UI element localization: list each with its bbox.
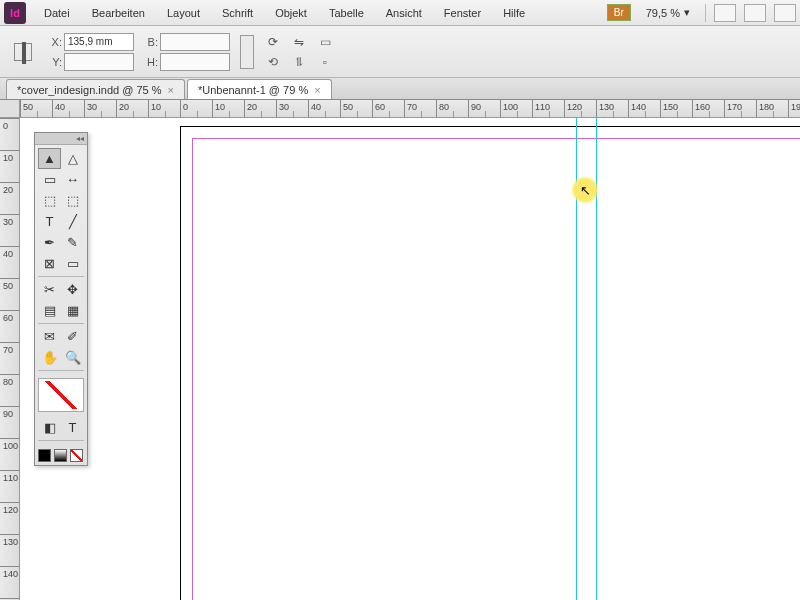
- ruler-tick: 20: [116, 100, 148, 117]
- workspace: 5040302010010203040506070809010011012013…: [0, 100, 800, 600]
- ruler-tick: 30: [84, 100, 116, 117]
- cursor-highlight: ↖: [571, 176, 599, 204]
- menu-tabelle[interactable]: Tabelle: [319, 3, 374, 23]
- pencil-tool[interactable]: ✎: [61, 232, 84, 253]
- formatting-affects-text[interactable]: T: [61, 417, 84, 438]
- close-icon[interactable]: ×: [167, 84, 173, 96]
- margin-guide: [192, 138, 800, 600]
- rotate-cw-icon[interactable]: ⟳: [264, 34, 282, 50]
- ruler-tick: 10: [148, 100, 180, 117]
- width-field[interactable]: [160, 33, 230, 51]
- scissors-tool[interactable]: ✂: [38, 279, 61, 300]
- hand-tool[interactable]: ✋: [38, 347, 61, 368]
- ruler-tick: 60: [372, 100, 404, 117]
- ruler-tick: 70: [404, 100, 436, 117]
- cursor-arrow-icon: ↖: [580, 183, 591, 198]
- document-tabs: *cover_indesign.indd @ 75 %× *Unbenannt-…: [0, 78, 800, 100]
- content-collector-tool[interactable]: ⬚: [38, 190, 61, 211]
- doc-tab-label: *cover_indesign.indd @ 75 %: [17, 84, 161, 96]
- page-tool[interactable]: ▭: [38, 169, 61, 190]
- ruler-tick: 60: [0, 310, 19, 342]
- ruler-tick: 50: [20, 100, 52, 117]
- horizontal-ruler[interactable]: 5040302010010203040506070809010011012013…: [20, 100, 800, 118]
- select-content-icon[interactable]: ▫: [316, 54, 334, 70]
- ruler-tick: 90: [0, 406, 19, 438]
- menu-layout[interactable]: Layout: [157, 3, 210, 23]
- ruler-tick: 140: [628, 100, 660, 117]
- ruler-tick: 10: [212, 100, 244, 117]
- ruler-tick: 30: [276, 100, 308, 117]
- x-field[interactable]: 135,9 mm: [64, 33, 134, 51]
- arrange-icon[interactable]: [774, 4, 796, 22]
- ruler-tick: 130: [596, 100, 628, 117]
- reference-point-proxy[interactable]: [14, 43, 32, 61]
- zoom-level-dropdown[interactable]: 79,5 %▾: [639, 3, 697, 22]
- direct-selection-tool[interactable]: △: [61, 148, 84, 169]
- default-fill-stroke[interactable]: ◧: [38, 417, 61, 438]
- x-label: X:: [48, 36, 62, 48]
- ruler-tick: 190: [788, 100, 800, 117]
- rectangle-tool[interactable]: ▭: [61, 253, 84, 274]
- ruler-tick: 120: [564, 100, 596, 117]
- app-icon: Id: [4, 2, 26, 24]
- ruler-tick: 50: [0, 278, 19, 310]
- height-field[interactable]: [160, 53, 230, 71]
- content-placer-tool[interactable]: ⬚: [61, 190, 84, 211]
- panel-collapse-icon[interactable]: ◂◂: [35, 133, 87, 145]
- ruler-tick: 100: [0, 438, 19, 470]
- fill-stroke-proxy[interactable]: [38, 378, 84, 412]
- apply-none[interactable]: [70, 449, 83, 462]
- select-container-icon[interactable]: ▭: [316, 34, 334, 50]
- tool-divider: [38, 440, 84, 441]
- ruler-tick: 90: [468, 100, 500, 117]
- gradient-swatch-tool[interactable]: ▤: [38, 300, 61, 321]
- flip-h-icon[interactable]: ⇋: [290, 34, 308, 50]
- ruler-tick: 150: [660, 100, 692, 117]
- doc-tab-cover[interactable]: *cover_indesign.indd @ 75 %×: [6, 79, 185, 99]
- menu-hilfe[interactable]: Hilfe: [493, 3, 535, 23]
- selection-tool[interactable]: ▲: [38, 148, 61, 169]
- ruler-tick: 40: [52, 100, 84, 117]
- vertical-ruler[interactable]: 0102030405060708090100110120130140150: [0, 118, 20, 600]
- w-label: B:: [144, 36, 158, 48]
- menu-objekt[interactable]: Objekt: [265, 3, 317, 23]
- eyedropper-tool[interactable]: ✐: [61, 326, 84, 347]
- constrain-proportions-icon[interactable]: [240, 35, 254, 69]
- rectangle-frame-tool[interactable]: ⊠: [38, 253, 61, 274]
- type-tool[interactable]: T: [38, 211, 61, 232]
- menu-schrift[interactable]: Schrift: [212, 3, 263, 23]
- y-field[interactable]: [64, 53, 134, 71]
- screen-mode-icon[interactable]: [744, 4, 766, 22]
- tools-panel[interactable]: ◂◂ ▲ △ ▭ ↔ ⬚ ⬚ T ╱ ✒ ✎ ⊠ ▭ ✂ ✥ ▤ ▦ ✉ ✐ ✋…: [34, 132, 88, 466]
- ruler-tick: 40: [0, 246, 19, 278]
- apply-gradient[interactable]: [54, 449, 67, 462]
- apply-color[interactable]: [38, 449, 51, 462]
- close-icon[interactable]: ×: [314, 84, 320, 96]
- ruler-tick: 140: [0, 566, 19, 598]
- zoom-level-text: 79,5 %: [646, 7, 680, 19]
- menu-bearbeiten[interactable]: Bearbeiten: [82, 3, 155, 23]
- note-tool[interactable]: ✉: [38, 326, 61, 347]
- canvas[interactable]: ↖: [20, 118, 800, 600]
- flip-v-icon[interactable]: ⥮: [290, 54, 308, 70]
- pen-tool[interactable]: ✒: [38, 232, 61, 253]
- ruler-origin[interactable]: [0, 100, 20, 118]
- line-tool[interactable]: ╱: [61, 211, 84, 232]
- view-options-icon[interactable]: [714, 4, 736, 22]
- menu-fenster[interactable]: Fenster: [434, 3, 491, 23]
- gap-tool[interactable]: ↔: [61, 169, 84, 190]
- tool-divider: [38, 323, 84, 324]
- tool-divider: [38, 276, 84, 277]
- menu-ansicht[interactable]: Ansicht: [376, 3, 432, 23]
- ruler-tick: 0: [180, 100, 212, 117]
- bridge-button[interactable]: Br: [607, 4, 631, 21]
- ruler-tick: 160: [692, 100, 724, 117]
- doc-tab-unbenannt[interactable]: *Unbenannt-1 @ 79 %×: [187, 79, 332, 99]
- tool-divider: [38, 370, 84, 371]
- zoom-tool[interactable]: 🔍: [61, 347, 84, 368]
- free-transform-tool[interactable]: ✥: [61, 279, 84, 300]
- gradient-feather-tool[interactable]: ▦: [61, 300, 84, 321]
- ruler-tick: 80: [436, 100, 468, 117]
- rotate-ccw-icon[interactable]: ⟲: [264, 54, 282, 70]
- menu-datei[interactable]: Datei: [34, 3, 80, 23]
